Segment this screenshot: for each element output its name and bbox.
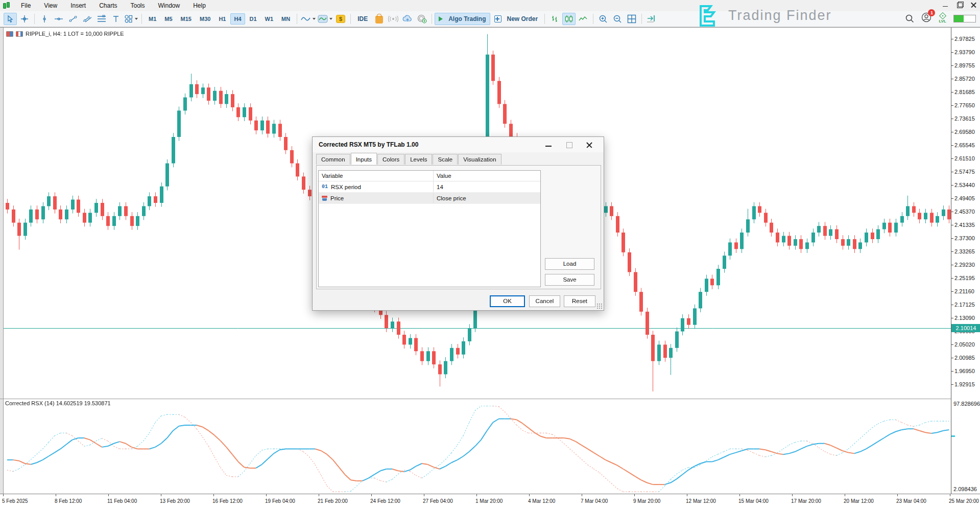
timeframe-button-m15[interactable]: M15	[177, 13, 195, 25]
tab-visualization[interactable]: Visualization	[458, 154, 501, 165]
time-label: 19 Feb 04:00	[265, 498, 295, 504]
window-minimize-button[interactable]	[942, 2, 948, 8]
text-tool-button[interactable]	[109, 13, 123, 25]
crosshair-tool-button[interactable]	[18, 13, 31, 25]
time-tick	[424, 494, 424, 496]
shapes-tool-button[interactable]	[124, 13, 138, 25]
table-row[interactable]: 01RSX period14	[319, 181, 540, 193]
dialog-minimize-button[interactable]	[538, 138, 559, 151]
dialog-maximize-button[interactable]	[559, 138, 579, 151]
menu-item-insert[interactable]: Insert	[64, 0, 92, 11]
time-label: 5 Feb 2025	[2, 498, 28, 504]
time-label: 8 Feb 12:00	[55, 498, 82, 504]
tab-common[interactable]: Common	[316, 154, 350, 165]
time-label: 21 Feb 20:00	[318, 498, 348, 504]
time-label: 27 Feb 04:00	[423, 498, 453, 504]
window-close-button[interactable]	[971, 2, 977, 8]
menu-item-view[interactable]: View	[37, 0, 64, 11]
new-order-button[interactable]: New Order	[490, 13, 542, 25]
time-tick	[529, 494, 530, 496]
dialog-titlebar[interactable]: Corrected RSX MT5 by TFLab 1.00	[313, 137, 604, 152]
indicator-canvas[interactable]	[0, 399, 951, 494]
tile-windows-button[interactable]	[625, 13, 638, 25]
window-restore-button[interactable]	[957, 2, 963, 8]
candlestick-mode-button[interactable]	[562, 13, 576, 25]
time-tick	[792, 494, 793, 496]
time-tick	[897, 494, 898, 496]
pane-divider[interactable]	[0, 399, 980, 399]
algo-trading-button[interactable]: Algo Trading	[435, 13, 490, 25]
tab-inputs[interactable]: Inputs	[351, 153, 377, 165]
reset-button[interactable]: Reset	[564, 295, 595, 307]
ide-button[interactable]: IDE	[353, 13, 372, 25]
zoom-out-button[interactable]	[611, 13, 624, 25]
load-button[interactable]: Load	[545, 258, 594, 270]
cloud-button[interactable]	[401, 13, 414, 25]
chart-type-button[interactable]	[300, 13, 316, 25]
cancel-button[interactable]: Cancel	[529, 295, 560, 307]
time-tick	[371, 494, 372, 496]
market-button[interactable]	[372, 13, 386, 25]
time-tick	[213, 494, 214, 496]
indicators-button[interactable]	[317, 13, 333, 25]
time-axis[interactable]: 5 Feb 20258 Feb 12:0011 Feb 04:0013 Feb …	[0, 494, 980, 509]
timeframe-button-m30[interactable]: M30	[196, 13, 214, 25]
price-scale[interactable]: 97.828696 2.098436 2.978252.937902.89755…	[951, 28, 980, 494]
line-chart-mode-button[interactable]	[577, 13, 590, 25]
price-tick: 2.25195	[951, 275, 980, 282]
menu-item-charts[interactable]: Charts	[92, 0, 124, 11]
timeframe-button-h1[interactable]: H1	[215, 13, 229, 25]
timeframe-button-m5[interactable]: M5	[161, 13, 176, 25]
time-tick	[845, 494, 845, 496]
menu-item-help[interactable]: Help	[186, 0, 212, 11]
timeframe-button-m1[interactable]: M1	[145, 13, 160, 25]
param-name: RSX period	[331, 184, 361, 190]
price-tick: 1.92915	[951, 381, 980, 388]
dialog-close-button[interactable]	[579, 138, 600, 151]
menu-item-window[interactable]: Window	[152, 0, 187, 11]
time-tick	[319, 494, 319, 496]
chart-shift-button[interactable]	[645, 13, 658, 25]
time-label: 23 Mar 04:00	[896, 498, 926, 504]
menu-item-tools[interactable]: Tools	[124, 0, 152, 11]
param-value[interactable]: Close price	[434, 193, 540, 203]
zoom-in-button[interactable]	[596, 13, 610, 25]
community-button[interactable]	[415, 13, 428, 25]
param-value[interactable]: 14	[434, 181, 540, 192]
time-tick	[108, 494, 109, 496]
time-label: 11 Feb 04:00	[107, 498, 137, 504]
param-name: Price	[330, 195, 344, 201]
channel-tool-button[interactable]	[81, 13, 94, 25]
tab-scale[interactable]: Scale	[433, 154, 458, 165]
dialog-resize-grip[interactable]	[597, 304, 602, 309]
tab-page: Variable Value 01RSX period14PriceClose …	[316, 165, 601, 289]
currency-button[interactable]: $	[334, 13, 347, 25]
ok-button[interactable]: OK	[490, 295, 525, 307]
menubar: FileViewInsertChartsToolsWindowHelp	[14, 0, 212, 11]
tab-levels[interactable]: Levels	[405, 154, 432, 165]
timeframe-button-h4[interactable]: H4	[230, 13, 245, 25]
price-tick: 2.97825	[951, 36, 980, 42]
timeframe-button-w1[interactable]: W1	[261, 13, 277, 25]
table-header-row: Variable Value	[319, 171, 540, 181]
timeframe-button-mn[interactable]: MN	[278, 13, 294, 25]
signals-button[interactable]	[387, 13, 400, 25]
chevron-down-icon	[313, 18, 316, 20]
price-tick: 2.57475	[951, 169, 980, 175]
price-tick: 2.65545	[951, 142, 980, 149]
search-icon[interactable]	[905, 14, 914, 23]
time-tick	[950, 494, 950, 496]
indicator-label: Corrected RSX (14) 14.602519 19.530871	[5, 400, 111, 406]
table-row[interactable]: PriceClose price	[319, 193, 540, 204]
cursor-tool-button[interactable]	[4, 13, 17, 25]
bar-chart-mode-button[interactable]	[548, 13, 561, 25]
save-button[interactable]: Save	[545, 274, 594, 286]
profile-button[interactable]: 1	[921, 12, 931, 25]
horizontal-line-tool-button[interactable]	[52, 13, 65, 25]
timeframe-button-d1[interactable]: D1	[246, 13, 260, 25]
tab-colors[interactable]: Colors	[377, 154, 404, 165]
menu-item-file[interactable]: File	[14, 0, 37, 11]
trendline-tool-button[interactable]	[66, 13, 80, 25]
fibonacci-tool-button[interactable]	[95, 13, 108, 25]
vertical-line-tool-button[interactable]	[38, 13, 51, 25]
